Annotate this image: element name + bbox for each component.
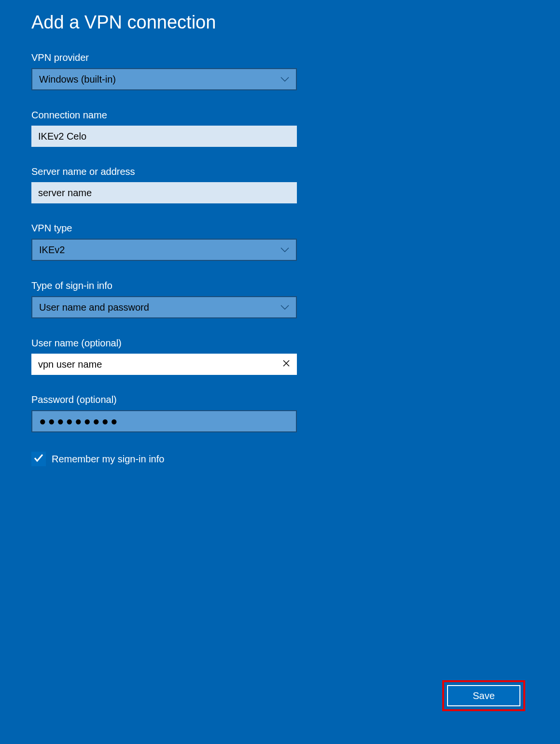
clear-input-button[interactable] [276,354,297,375]
username-label: User name (optional) [31,338,529,349]
save-button[interactable]: Save [447,685,520,706]
vpn-type-dropdown[interactable]: IKEv2 [31,239,297,261]
save-button-highlight: Save [442,680,525,711]
remember-checkbox[interactable] [31,452,46,466]
password-input[interactable]: ●●●●●●●●● [31,410,297,432]
vpn-provider-dropdown[interactable]: Windows (built-in) [31,68,297,90]
server-name-label: Server name or address [31,166,529,177]
signin-type-dropdown[interactable]: User name and password [31,296,297,318]
password-value: ●●●●●●●●● [39,415,119,427]
chevron-down-icon [280,245,289,254]
chevron-down-icon [280,75,289,84]
page-title: Add a VPN connection [31,12,529,33]
password-label: Password (optional) [31,394,529,405]
connection-name-label: Connection name [31,110,529,121]
vpn-provider-value: Windows (built-in) [39,74,116,85]
chevron-down-icon [280,303,289,312]
username-input[interactable] [31,354,276,375]
connection-name-input[interactable] [31,126,297,147]
server-name-input[interactable] [31,182,297,203]
remember-label: Remember my sign-in info [52,454,164,465]
signin-type-value: User name and password [39,302,149,313]
vpn-type-value: IKEv2 [39,244,65,256]
signin-type-label: Type of sign-in info [31,280,529,291]
username-input-wrapper [31,354,297,375]
checkmark-icon [33,452,44,466]
close-icon [282,359,290,369]
vpn-provider-label: VPN provider [31,52,529,63]
vpn-type-label: VPN type [31,223,529,234]
